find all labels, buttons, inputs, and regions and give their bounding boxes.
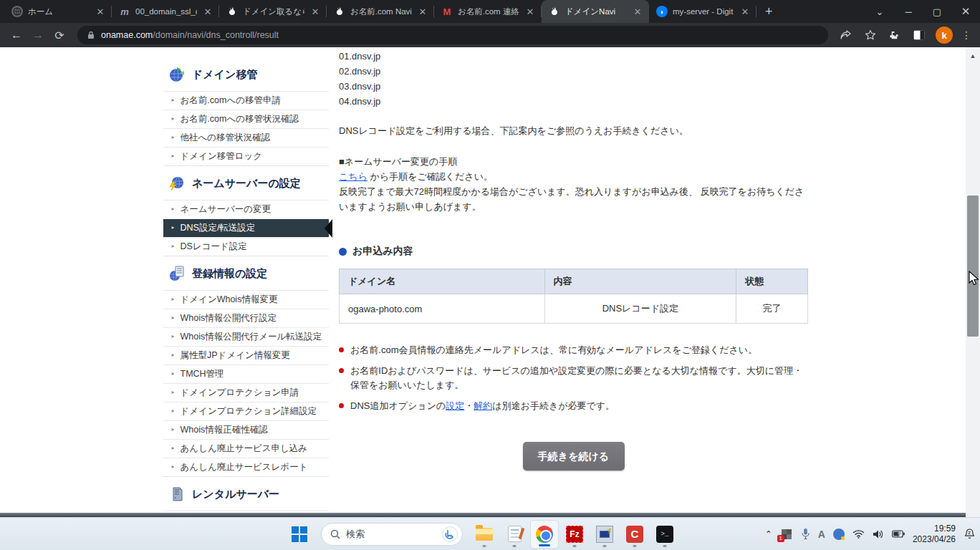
item-label: DSレコード設定 <box>181 241 247 253</box>
settei-link[interactable]: 設定 <box>446 400 464 411</box>
scrollbar-up-arrow-icon[interactable]: ▲ <box>966 50 980 62</box>
scrollbar-thumb[interactable] <box>967 196 979 337</box>
search-placeholder: 検索 <box>346 528 436 541</box>
sidebar-item-anshin-apply[interactable]: あんしん廃止サービス申し込み <box>163 439 329 458</box>
file-explorer-button[interactable] <box>470 520 499 549</box>
forward-button[interactable]: → <box>27 25 49 45</box>
tab-close-icon[interactable]: ✕ <box>202 6 213 17</box>
putty-button[interactable]: ⚡ <box>590 520 619 549</box>
kochira-link[interactable]: こちら <box>339 171 368 182</box>
tab-label: ホーム <box>28 6 90 17</box>
battery-icon[interactable] <box>892 530 905 538</box>
onamae-favicon <box>334 6 345 17</box>
globe-favicon <box>11 6 23 17</box>
tab-onamae-lp[interactable]: ドメイン取るなら お ✕ <box>219 0 327 23</box>
sidebar-item-protection-request[interactable]: ドメインプロテクション申請 <box>163 383 329 402</box>
tab-close-icon[interactable]: ✕ <box>95 6 106 17</box>
notification-badge-app-icon[interactable]: 1 <box>780 528 793 541</box>
lock-icon <box>87 31 95 39</box>
section-header: ドメイン移管 <box>163 57 329 91</box>
notepad-button[interactable] <box>500 520 529 549</box>
ime-mode-indicator[interactable]: A <box>818 529 825 540</box>
notification-bell-icon[interactable]: Z <box>964 528 976 540</box>
address-bar[interactable]: onamae.com/domain/navi/dns_controll/resu… <box>77 26 828 44</box>
sidebar-item-protection-detail[interactable]: ドメインプロテクション詳細設定 <box>163 402 329 420</box>
side-panel-icon[interactable] <box>908 25 930 45</box>
tab-close-icon[interactable]: ✕ <box>417 6 428 17</box>
wifi-icon[interactable] <box>852 529 865 539</box>
windows-logo-icon <box>292 526 307 542</box>
notice-list: お名前.com会員情報の連絡先メールアドレスは、常に有効なメールアドレスをご登録… <box>339 343 808 413</box>
sidebar-item-nameserver-change[interactable]: ネームサーバーの変更 <box>163 200 329 218</box>
tab-onamae-navi[interactable]: お名前.com Navi ✕ <box>327 0 434 23</box>
share-icon[interactable] <box>835 25 857 45</box>
tab-label: お名前.com Navi <box>350 6 412 17</box>
bookmark-star-icon[interactable] <box>860 25 881 45</box>
microphone-icon[interactable] <box>801 528 810 540</box>
tab-gmail[interactable]: M お名前.com 連絡 ✕ <box>434 0 542 23</box>
sidebar-item-whois-proxy[interactable]: Whois情報公開代行設定 <box>163 309 329 327</box>
terminal-button[interactable]: >_ <box>650 520 679 549</box>
tab-domain-ssl[interactable]: m 00_domain_ssl_o ✕ <box>112 0 219 23</box>
filezilla-button[interactable]: Fz <box>560 520 589 549</box>
sidebar-item-ds-record[interactable]: DSレコード設定 <box>163 237 329 256</box>
item-label: ドメインプロテクション詳細設定 <box>181 405 317 418</box>
chrome-button[interactable] <box>530 520 559 549</box>
item-label: ドメイン移管ロック <box>181 150 263 163</box>
tab-close-icon[interactable]: ✕ <box>739 6 751 17</box>
note3-separator: ・ <box>464 400 474 411</box>
registration-info-icon <box>168 264 186 283</box>
sidebar-item-jp-domain-info[interactable]: 属性型JPドメイン情報変更 <box>163 346 329 365</box>
red-bullet-icon <box>339 403 344 408</box>
item-label: ドメインプロテクション申請 <box>181 387 299 399</box>
reload-button[interactable]: ⟳ <box>49 25 70 45</box>
profile-avatar[interactable]: k <box>936 26 953 44</box>
window-minimize-button[interactable]: ─ <box>894 6 923 17</box>
kaiyaku-link[interactable]: 解約 <box>474 400 492 411</box>
sidebar-item-transfer-status-in[interactable]: お名前.comへの移管状況確認 <box>163 110 329 128</box>
extensions-puzzle-icon[interactable] <box>884 25 905 45</box>
start-button[interactable] <box>285 520 314 549</box>
sidebar-item-transfer-lock[interactable]: ドメイン移管ロック <box>163 147 329 165</box>
tab-home[interactable]: ホーム ✕ <box>4 0 112 23</box>
nameserver-entry: 03.dnsv.jp <box>339 79 808 94</box>
sidebar-item-whois-change[interactable]: ドメインWhois情報変更 <box>163 290 329 309</box>
sidebar-section-rental-server: レンタルサーバー レンタルサーバーを申込む <box>163 477 329 517</box>
nameserver-entry: 02.dnsv.jp <box>339 64 808 79</box>
sidebar-item-anshin-report[interactable]: あんしん廃止サービスレポート <box>163 458 329 476</box>
tab-close-icon[interactable]: ✕ <box>524 6 536 17</box>
taskbar-clock[interactable]: 19:59 2023/04/26 <box>913 524 956 545</box>
clock-time: 19:59 <box>913 524 956 534</box>
notice-text-with-links: DNS追加オプションの設定・解約は別途お手続きが必要です。 <box>350 399 808 413</box>
tray-overflow-chevron-icon[interactable]: ⌃ <box>765 529 772 539</box>
sidebar-item-transfer-status-out[interactable]: 他社への移管状況確認 <box>163 128 329 147</box>
putty-icon: ⚡ <box>596 526 613 543</box>
sidebar-item-dns-settings-active[interactable]: DNS設定/転送設定 <box>163 218 329 237</box>
browser-menu-icon[interactable]: ⋮ <box>959 29 974 41</box>
browser-tab-bar: ホーム ✕ m 00_domain_ssl_o ✕ ドメイン取るなら お ✕ お… <box>0 0 980 23</box>
sidebar-item-whois-accuracy[interactable]: Whois情報正確性確認 <box>163 420 329 439</box>
section-header: レンタルサーバー <box>163 477 329 511</box>
tab-search-chevron-icon[interactable]: ⌄ <box>865 6 894 17</box>
tab-close-icon[interactable]: ✕ <box>632 6 643 17</box>
tray-app-icon[interactable] <box>833 529 845 540</box>
tab-domain-navi-active[interactable]: ドメインNavi ✕ <box>542 0 649 23</box>
notice-text: お名前IDおよびパスワードは、サービスの追加や設定変更の際に必要となる大切な情報… <box>350 364 808 392</box>
tab-digitalocean[interactable]: ◗ my-server - Digit ✕ <box>649 0 756 23</box>
tab-close-icon[interactable]: ✕ <box>309 6 321 17</box>
taskbar-search-box[interactable]: 検索 <box>321 523 463 546</box>
window-maximize-button[interactable]: ▢ <box>923 6 951 17</box>
sidebar-item-transfer-request[interactable]: お名前.comへの移管申請 <box>163 91 329 110</box>
m-favicon: m <box>119 6 130 17</box>
clibor-button[interactable]: C <box>620 520 649 549</box>
continue-procedure-button[interactable]: 手続きを続ける <box>523 442 625 471</box>
sidebar-item-whois-proxy-mail[interactable]: Whois情報公開代行メール転送設定 <box>163 327 329 346</box>
windows-taskbar: 検索 Fz ⚡ C >_ ⌃ 1 A 19:59 2023/04/26 Z <box>0 517 980 550</box>
sidebar-item-tmch[interactable]: TMCH管理 <box>163 365 329 383</box>
speaker-icon[interactable] <box>873 529 884 539</box>
new-tab-button[interactable]: + <box>756 0 782 23</box>
mouse-cursor <box>969 271 979 286</box>
window-close-button[interactable]: ✕ <box>951 5 980 18</box>
notice-item: お名前IDおよびパスワードは、サービスの追加や設定変更の際に必要となる大切な情報… <box>339 364 808 392</box>
back-button[interactable]: ← <box>6 25 27 45</box>
